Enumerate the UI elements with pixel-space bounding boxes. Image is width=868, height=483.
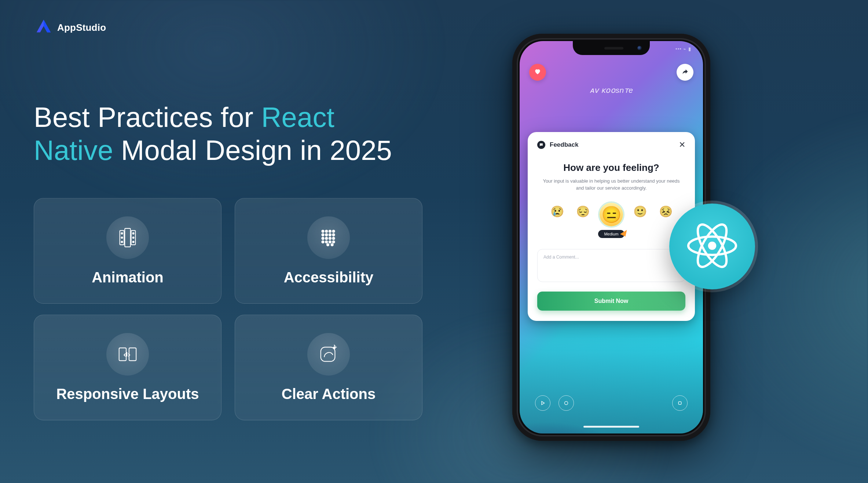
bottom-icon-1[interactable] — [535, 395, 550, 411]
svg-point-11 — [329, 230, 331, 232]
heading-l1-plain: Best Practices for — [34, 102, 261, 133]
feature-card-animation: Animation — [34, 198, 221, 304]
svg-point-12 — [332, 230, 334, 232]
feature-label: Responsive Layouts — [56, 386, 199, 402]
svg-point-31 — [333, 347, 335, 349]
feature-label: Clear Actions — [282, 386, 376, 402]
emoji-option-5[interactable]: 😣 — [657, 203, 674, 220]
svg-rect-34 — [678, 402, 681, 405]
phone-notch — [573, 41, 650, 55]
svg-point-20 — [332, 237, 334, 239]
svg-rect-2 — [125, 228, 131, 246]
modal-header-left: Feedback — [537, 141, 578, 149]
status-right-icons: ••• ⌁ ▮ — [675, 46, 691, 52]
modal-question: How are you feeling? — [537, 162, 685, 173]
svg-point-24 — [332, 241, 334, 243]
phone-bottom-icons — [520, 395, 703, 411]
share-icon — [681, 68, 689, 77]
emoji-label-wrap: Medium — [537, 230, 685, 238]
animation-icon — [106, 216, 149, 259]
logo-icon — [35, 18, 52, 37]
logo: AppStudio — [35, 18, 106, 37]
svg-point-23 — [329, 241, 331, 243]
logo-text: AppStudio — [57, 22, 106, 33]
share-button[interactable] — [677, 64, 693, 81]
svg-point-8 — [133, 241, 134, 242]
app-top-bar — [520, 64, 703, 81]
svg-point-7 — [133, 237, 134, 238]
feature-card-accessibility: Accessibility — [235, 198, 422, 304]
svg-point-19 — [329, 237, 331, 239]
heading-l2-plain: Modal Design in 2025 — [113, 135, 392, 166]
heart-icon — [534, 68, 541, 77]
emoji-option-4[interactable]: 🙂 — [631, 203, 649, 220]
heading-l1-accent: React — [261, 102, 334, 133]
like-button[interactable] — [529, 64, 546, 81]
clear-actions-icon — [307, 333, 350, 376]
svg-rect-28 — [129, 348, 136, 361]
stage: AppStudio Best Practices for React Nativ… — [0, 0, 868, 483]
react-icon — [685, 218, 740, 275]
responsive-icon — [106, 333, 149, 376]
svg-point-17 — [322, 237, 324, 239]
feature-label: Animation — [92, 269, 164, 286]
svg-point-15 — [329, 234, 331, 236]
feature-label: Accessibility — [284, 269, 374, 286]
bottom-icon-3[interactable] — [672, 395, 688, 411]
svg-point-9 — [322, 230, 324, 232]
chat-icon — [537, 141, 545, 149]
feature-card-clear-actions: Clear Actions — [235, 315, 422, 420]
svg-point-25 — [327, 244, 329, 246]
emoji-option-3-selected[interactable]: 😑 — [600, 203, 623, 226]
wallpaper-waves — [520, 338, 703, 433]
feature-grid: Animation Accessibility — [34, 198, 422, 420]
svg-point-33 — [565, 402, 568, 405]
page-title: Best Practices for React Native Modal De… — [34, 101, 392, 167]
modal-title: Feedback — [550, 141, 578, 149]
svg-point-18 — [325, 237, 327, 239]
emoji-rating-row: 😢 😔 😑 🙂 😣 — [537, 203, 685, 226]
svg-marker-32 — [542, 402, 545, 405]
svg-point-16 — [332, 234, 334, 236]
svg-point-21 — [322, 241, 324, 243]
modal-header: Feedback ✕ — [537, 141, 685, 149]
svg-point-26 — [331, 244, 333, 246]
submit-button[interactable]: Submit Now — [537, 292, 685, 311]
emoji-option-2[interactable]: 😔 — [574, 203, 592, 220]
svg-point-22 — [325, 241, 327, 243]
svg-point-3 — [121, 233, 123, 234]
comment-input[interactable]: Add a Comment... — [537, 249, 685, 282]
feature-card-responsive: Responsive Layouts — [34, 315, 221, 420]
feedback-modal: Feedback ✕ How are you feeling? Your inp… — [528, 132, 695, 321]
heading-l2-accent: Native — [34, 135, 113, 166]
app-brand: ᴀᴠ ᴋᴏᴏsnᴛe — [520, 86, 703, 95]
svg-point-4 — [121, 237, 123, 238]
svg-point-14 — [325, 234, 327, 236]
accessibility-icon — [307, 216, 350, 259]
svg-point-38 — [708, 242, 717, 250]
bottom-icon-2[interactable] — [558, 395, 574, 411]
modal-description: Your input is valuable in helping us bet… — [542, 178, 681, 192]
svg-point-10 — [325, 230, 327, 232]
svg-point-6 — [133, 233, 134, 234]
svg-point-13 — [322, 234, 324, 236]
emoji-option-1[interactable]: 😢 — [548, 203, 566, 220]
svg-point-5 — [121, 241, 123, 242]
home-indicator — [583, 426, 639, 428]
close-icon[interactable]: ✕ — [679, 141, 685, 149]
react-badge — [669, 204, 755, 289]
